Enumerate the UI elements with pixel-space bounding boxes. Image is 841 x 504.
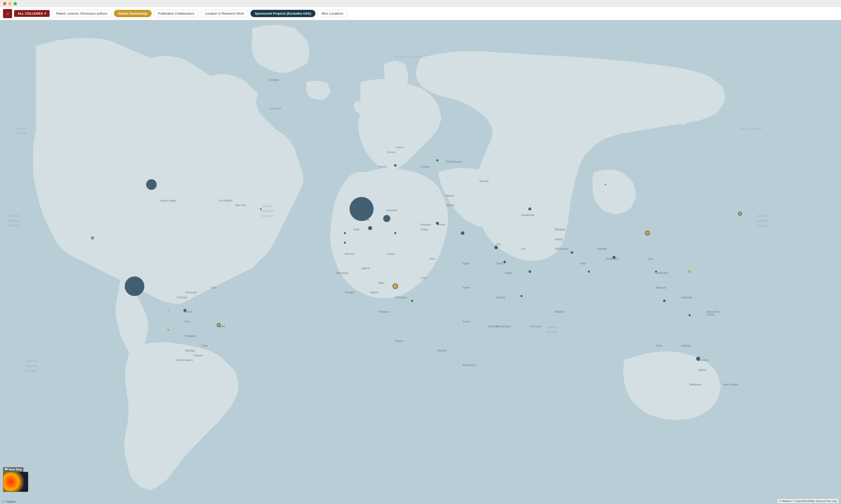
bubble-iraq[interactable] — [494, 246, 498, 249]
bubble-france[interactable] — [368, 226, 372, 230]
mapbox-logo: ⬡ mapbox — [2, 500, 16, 503]
bubble-colombia-gold[interactable] — [168, 310, 169, 311]
bubble-kazakhstan[interactable] — [528, 208, 531, 211]
bubble-bangladesh[interactable] — [612, 256, 615, 259]
heatmap-canvas — [3, 472, 28, 492]
mapbox-text: mapbox — [6, 500, 16, 503]
bubble-europe-2[interactable] — [383, 215, 390, 222]
bubble-pakistan[interactable] — [571, 251, 573, 254]
bubble-peru-gold[interactable] — [167, 329, 169, 331]
minimize-button[interactable] — [8, 2, 12, 5]
bubble-malaysia[interactable] — [663, 300, 666, 302]
maximize-button[interactable] — [14, 2, 17, 5]
bubble-mexico[interactable] — [125, 276, 144, 296]
bubble-canada[interactable] — [146, 179, 157, 190]
bubble-norway[interactable] — [394, 164, 397, 167]
bubble-turkey[interactable] — [461, 231, 465, 235]
bubble-japan-gold[interactable] — [738, 212, 742, 216]
colleges-dropdown-button[interactable]: ALL COLLEGES ▾ — [14, 10, 50, 17]
bubble-australia[interactable] — [696, 357, 700, 361]
bubble-romania[interactable] — [436, 222, 439, 225]
colleges-label: ALL COLLEGES — [18, 12, 43, 15]
world-map[interactable]: Arctic Ocean ArcticOcean Arctic Ocean No… — [0, 20, 841, 504]
bubble-ny-area[interactable] — [260, 208, 262, 210]
bubble-italy[interactable] — [394, 232, 396, 234]
bubble-losangeles-gold[interactable] — [91, 236, 94, 239]
navbar: ⌂ ALL COLLEGES ▾ Patent, License, Disclo… — [0, 7, 841, 20]
bubble-finland[interactable] — [436, 159, 438, 161]
mapbox-icon: ⬡ — [2, 500, 5, 503]
bubble-saudi[interactable] — [503, 261, 506, 263]
map-attribution: © Mapbox © OpenStreetMap Improve this ma… — [777, 499, 839, 503]
bubble-spain[interactable] — [344, 232, 346, 234]
bubble-nigeria-gold[interactable] — [392, 284, 398, 289]
bubble-brazil-gold[interactable] — [217, 323, 221, 327]
bubble-indonesia[interactable] — [688, 314, 690, 316]
home-icon: ⌂ — [6, 11, 9, 16]
bubble-seasia-gold[interactable] — [688, 270, 691, 273]
bubble-china-gold[interactable] — [645, 231, 650, 236]
tab-publication[interactable]: Publication Collaborators — [154, 10, 199, 17]
tab-misc[interactable]: Misc Locations — [317, 10, 348, 17]
chevron-down-icon: ▾ — [44, 12, 46, 15]
bubble-laos[interactable] — [655, 271, 657, 273]
tab-global-partnership[interactable]: Global Partnership — [114, 10, 152, 17]
bubble-colombia[interactable] — [183, 309, 187, 312]
tab-location[interactable]: Location in Research Work — [201, 10, 249, 17]
tab-sponsored[interactable]: Sponsored Projects (Excludes USA) — [250, 10, 315, 17]
bubble-yemen[interactable] — [529, 270, 531, 273]
bubble-russia-gold[interactable] — [605, 183, 607, 185]
tab-patent[interactable]: Patent, License, Disclosure authors — [52, 10, 112, 17]
heatmap-thumbnail[interactable] — [3, 472, 28, 492]
bubble-india[interactable] — [588, 271, 590, 273]
home-button[interactable]: ⌂ — [3, 9, 12, 18]
titlebar — [0, 0, 841, 7]
bubble-uk-germany[interactable] — [350, 197, 374, 221]
bubble-morocco[interactable] — [344, 242, 346, 244]
close-button[interactable] — [3, 2, 6, 5]
bubble-cameroon[interactable] — [411, 300, 413, 302]
bubble-ethiopia[interactable] — [521, 295, 523, 297]
